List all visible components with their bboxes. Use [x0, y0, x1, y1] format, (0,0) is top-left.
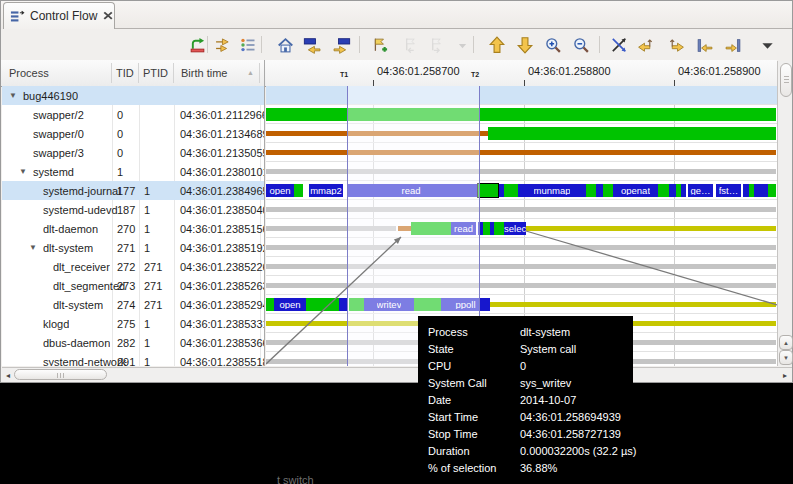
- select-next-state-change-icon[interactable]: [331, 35, 351, 55]
- state-segment[interactable]: [494, 222, 504, 235]
- process-row-dbus-daemon[interactable]: dbus-daemon282104:36:01.238536639: [2, 333, 264, 352]
- add-bookmark-icon[interactable]: [370, 35, 390, 55]
- show-view-filters-icon[interactable]: [238, 35, 258, 55]
- state-segment[interactable]: [478, 184, 498, 197]
- vertical-scrollbar-thumb[interactable]: [780, 63, 792, 97]
- chart-row-swapper/0[interactable]: [266, 124, 777, 143]
- tab-control-flow[interactable]: Control Flow ✕: [3, 2, 115, 29]
- process-row-systemd[interactable]: ▼systemd104:36:01.238010139: [2, 162, 264, 181]
- state-segment[interactable]: [754, 184, 768, 197]
- state-segment[interactable]: [266, 207, 776, 212]
- state-segment[interactable]: [596, 184, 603, 197]
- state-segment[interactable]: [266, 108, 776, 121]
- selection-marker-t1[interactable]: T1: [340, 71, 348, 78]
- hide-arrows-icon[interactable]: [609, 35, 629, 55]
- chart-row-dlt_segmented[interactable]: [266, 276, 777, 295]
- state-segment[interactable]: [768, 184, 776, 197]
- column-separator[interactable]: [173, 63, 174, 83]
- state-segment[interactable]: [306, 298, 339, 311]
- chart-row-dlt-system[interactable]: [266, 238, 777, 257]
- follow-state-change-icon[interactable]: [213, 35, 233, 55]
- tree-chart-splitter[interactable]: [264, 60, 265, 366]
- zoom-out-icon[interactable]: [571, 35, 591, 55]
- process-row-systemd-network[interactable]: systemd-network291104:36:01.238551839: [2, 352, 264, 366]
- expander-icon[interactable]: ▼: [19, 167, 27, 176]
- state-segment[interactable]: [266, 150, 776, 155]
- scroll-left-icon[interactable]: ◂: [3, 370, 13, 380]
- state-segment-mmap2[interactable]: mmap2: [309, 184, 343, 197]
- process-row-systemd-journal[interactable]: systemd-journal177104:36:01.238496539: [2, 181, 264, 200]
- optimize-icon[interactable]: [187, 35, 207, 55]
- reset-time-scale-icon[interactable]: [275, 35, 295, 55]
- view-menu-icon[interactable]: [757, 35, 777, 55]
- state-segment[interactable]: [483, 222, 490, 235]
- column-separator[interactable]: [138, 63, 139, 83]
- state-segment-read[interactable]: read: [451, 222, 476, 235]
- state-segment[interactable]: [488, 127, 776, 140]
- horizontal-scrollbar[interactable]: ◂ ▸: [2, 367, 792, 381]
- follow-cpu-backward-icon[interactable]: [635, 35, 655, 55]
- next-event-icon[interactable]: [723, 35, 743, 55]
- state-segment[interactable]: [658, 184, 669, 197]
- select-next-process-icon[interactable]: [515, 35, 535, 55]
- chart-row-systemd-udevd[interactable]: [266, 200, 777, 219]
- state-segment[interactable]: [294, 184, 303, 197]
- zoom-in-icon[interactable]: [543, 35, 563, 55]
- chart-row-swapper/3[interactable]: [266, 143, 777, 162]
- select-prev-state-change-icon[interactable]: [302, 35, 322, 55]
- column-header-ptid[interactable]: PTID: [143, 60, 168, 86]
- state-segment[interactable]: [266, 264, 776, 269]
- process-row-dlt_segmented[interactable]: dlt_segmented27327104:36:01.238526339: [2, 276, 264, 295]
- state-segment-openat[interactable]: openat: [613, 184, 658, 197]
- chart-row-dlt-daemon[interactable]: readselect: [266, 219, 777, 238]
- process-row-dlt_receiver[interactable]: dlt_receiver27227104:36:01.238522639: [2, 257, 264, 276]
- chart-row-dlt_receiver[interactable]: [266, 257, 777, 276]
- chart-row-systemd[interactable]: [266, 162, 777, 181]
- expander-icon[interactable]: ▼: [9, 91, 17, 100]
- state-segment-fst[interactable]: fst…: [716, 184, 741, 197]
- state-segment-ge[interactable]: ge…: [688, 184, 713, 197]
- state-segment[interactable]: [266, 298, 274, 311]
- column-header-process[interactable]: Process: [9, 60, 49, 86]
- time-axis[interactable]: 04:36:01.25870004:36:01.25880004:36:01.2…: [266, 60, 777, 86]
- column-header-tid[interactable]: TID: [116, 60, 134, 86]
- state-segment[interactable]: [339, 298, 347, 311]
- follow-cpu-forward-icon[interactable]: [667, 35, 687, 55]
- process-row-dlt-daemon[interactable]: dlt-daemon270104:36:01.238515639: [2, 219, 264, 238]
- horizontal-scrollbar-thumb[interactable]: [14, 369, 107, 380]
- state-segment[interactable]: [681, 184, 686, 197]
- scroll-right-icon[interactable]: ▸: [780, 370, 790, 380]
- previous-event-icon[interactable]: [695, 35, 715, 55]
- scroll-down-icon[interactable]: ▼: [779, 350, 793, 365]
- column-separator[interactable]: [259, 63, 260, 83]
- column-header-birth-time[interactable]: Birth time: [181, 60, 227, 86]
- process-row-dlt-system[interactable]: ▼dlt-system271104:36:01.238519239: [2, 238, 264, 257]
- expander-icon[interactable]: ▼: [29, 243, 37, 252]
- column-separator[interactable]: [111, 63, 112, 83]
- chart-row-swapper/2[interactable]: [266, 105, 777, 124]
- process-row-systemd-udevd[interactable]: systemd-udevd187104:36:01.238504039: [2, 200, 264, 219]
- process-row-swapper/3[interactable]: swapper/3004:36:01.213505539: [2, 143, 264, 162]
- process-row-klogd[interactable]: klogd275104:36:01.238533139: [2, 314, 264, 333]
- chart-row-bug446190[interactable]: [266, 86, 777, 105]
- state-segment[interactable]: [526, 226, 776, 231]
- tab-close-icon[interactable]: ✕: [103, 9, 115, 23]
- process-row-dlt-system[interactable]: dlt-system27427104:36:01.238529439: [2, 295, 264, 314]
- state-segment[interactable]: [603, 184, 613, 197]
- state-segment-select[interactable]: select: [504, 222, 526, 235]
- state-segment[interactable]: [266, 169, 776, 174]
- chart-row-dlt-system[interactable]: openwritevppoll: [266, 295, 777, 314]
- state-segment-open[interactable]: open: [274, 298, 306, 311]
- state-segment[interactable]: [266, 283, 776, 288]
- process-row-swapper/0[interactable]: swapper/0004:36:01.213468939: [2, 124, 264, 143]
- select-previous-process-icon[interactable]: [487, 35, 507, 55]
- state-segment-open[interactable]: open: [266, 184, 294, 197]
- selection-marker-t2[interactable]: T2: [471, 71, 479, 78]
- state-segment[interactable]: [504, 184, 518, 197]
- state-segment[interactable]: [669, 184, 676, 197]
- process-row-bug446190[interactable]: ▼bug446190: [2, 86, 264, 105]
- chart-row-systemd-journal[interactable]: openmmap2readmunmapopenatge…fst…: [266, 181, 777, 200]
- state-segment[interactable]: [490, 302, 776, 307]
- vertical-scrollbar[interactable]: ▲ ▼: [777, 61, 792, 366]
- state-segment[interactable]: [266, 245, 776, 250]
